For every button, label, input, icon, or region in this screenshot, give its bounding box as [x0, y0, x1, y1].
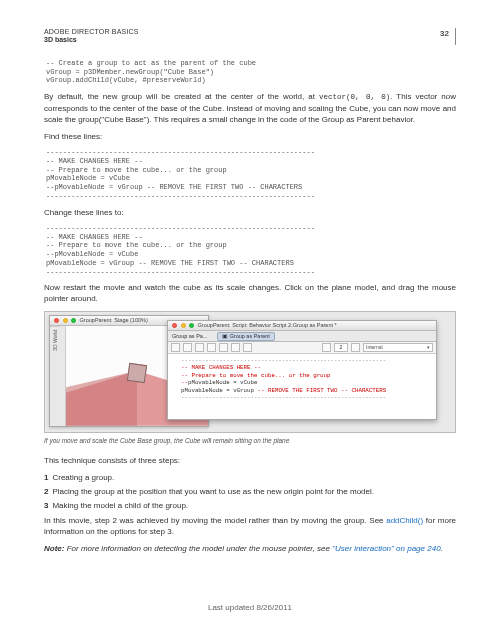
- castlib-combo[interactable]: Internal▾: [363, 343, 433, 352]
- minimize-icon[interactable]: [63, 318, 68, 323]
- toolbar-tool-icon[interactable]: [243, 343, 252, 352]
- section-title: 3D basics: [44, 36, 139, 44]
- script-tab[interactable]: Group as Pa...: [172, 333, 207, 339]
- step-text: Placing the group at the position that y…: [52, 487, 374, 496]
- code-block-2: ----------------------------------------…: [46, 148, 456, 201]
- script-tabstrip: Group as Pa... ▣ Group as Parent: [168, 331, 436, 342]
- script-title: GroupParent: Script: Behavior Script 2:G…: [198, 322, 337, 328]
- traffic-lights: [172, 322, 196, 330]
- stage-tab-3dworld[interactable]: 3D World: [50, 326, 61, 354]
- header-left: ADOBE DIRECTOR BASICS 3D basics: [44, 28, 139, 45]
- paragraph-3: Change these lines to:: [44, 207, 456, 218]
- script-toolbar: 2 Internal▾: [168, 342, 436, 354]
- tab-chip-label: Group as Parent: [230, 333, 270, 339]
- step-num: 2: [44, 487, 48, 496]
- stage-title: GroupParent: Stage (100%): [80, 317, 148, 323]
- page-number: 32: [440, 28, 449, 45]
- note-a: For more information on detecting the mo…: [64, 544, 332, 553]
- traffic-lights: [54, 317, 78, 325]
- combo-value: Internal: [366, 344, 383, 351]
- code-line-2: -- Prepare to move the cube... or the gr…: [181, 372, 331, 379]
- addchild-link[interactable]: addChild(): [386, 516, 423, 525]
- note-label: Note:: [44, 544, 64, 553]
- toolbar-alpha-icon[interactable]: [231, 343, 240, 352]
- note-paragraph: Note: For more information on detecting …: [44, 543, 456, 554]
- toolbar-brace-icon[interactable]: [195, 343, 204, 352]
- step-2: 2Placing the group at the position that …: [44, 486, 456, 497]
- step-num: 1: [44, 473, 48, 482]
- code-line-4b: -- REMOVE THE FIRST TWO -- CHARACTERS: [258, 387, 387, 394]
- minimize-icon[interactable]: [181, 323, 186, 328]
- next-cast-icon[interactable]: [351, 343, 360, 352]
- paragraph-4: Now restart the movie and watch the cube…: [44, 282, 456, 304]
- toolbar-uncomment-icon[interactable]: [219, 343, 228, 352]
- toolbar-comment-icon[interactable]: [207, 343, 216, 352]
- toolbar-lightning-icon[interactable]: [171, 343, 180, 352]
- doc-title: ADOBE DIRECTOR BASICS: [44, 28, 139, 36]
- zoom-icon[interactable]: [189, 323, 194, 328]
- step-1: 1Creating a group.: [44, 472, 456, 483]
- stage-side-tabs: 3D World: [50, 326, 66, 426]
- toolbar-handler-icon[interactable]: [183, 343, 192, 352]
- para1-vector: vector(0, 0, 0): [319, 93, 390, 101]
- page-header: ADOBE DIRECTOR BASICS 3D basics 32: [44, 28, 456, 45]
- paragraph-2: Find these lines:: [44, 131, 456, 142]
- paragraph-5: This technique consists of three steps:: [44, 455, 456, 466]
- step-num: 3: [44, 501, 48, 510]
- para1-a: By default, the new group will be create…: [44, 92, 319, 101]
- code-line-1: -- MAKE CHANGES HERE --: [181, 364, 261, 371]
- step-3: 3Making the model a child of the group.: [44, 500, 456, 511]
- code-block-1: -- Create a group to act as the parent o…: [46, 59, 456, 85]
- sep: ----------------------------------------…: [174, 394, 386, 401]
- close-icon[interactable]: [172, 323, 177, 328]
- para6-a: In this movie, step 2 was achieved by mo…: [44, 516, 386, 525]
- chevron-down-icon: ▾: [427, 344, 430, 351]
- figure-caption: If you move and scale the Cube Base grou…: [44, 436, 456, 445]
- paragraph-6: In this movie, step 2 was achieved by mo…: [44, 515, 456, 537]
- script-editor[interactable]: ----------------------------------------…: [168, 354, 436, 405]
- step-text: Creating a group.: [52, 473, 114, 482]
- code-line-4a: pMovableNode = vGroup: [181, 387, 258, 394]
- prev-cast-icon[interactable]: [322, 343, 331, 352]
- script-window: GroupParent: Script: Behavior Script 2:G…: [167, 320, 437, 420]
- close-icon[interactable]: [54, 318, 59, 323]
- page-footer: Last updated 8/26/2011: [44, 602, 456, 613]
- code-line-3a: --: [181, 379, 188, 386]
- script-titlebar: GroupParent: Script: Behavior Script 2:G…: [168, 321, 436, 331]
- code-block-3: ----------------------------------------…: [46, 224, 456, 277]
- cube-model: [127, 362, 147, 382]
- step-text: Making the model a child of the group.: [52, 501, 188, 510]
- figure-screenshot: GroupParent: Stage (100%) 3D World Group…: [44, 311, 456, 433]
- user-interaction-link[interactable]: "User interaction" on page 240: [332, 544, 440, 553]
- paragraph-1: By default, the new group will be create…: [44, 91, 456, 125]
- code-line-3b: pMovableNode = vCube: [188, 379, 258, 386]
- sep: ----------------------------------------…: [174, 357, 386, 364]
- script-tab-chip[interactable]: ▣ Group as Parent: [217, 332, 275, 342]
- zoom-icon[interactable]: [71, 318, 76, 323]
- note-b: .: [441, 544, 443, 553]
- castnum-field[interactable]: 2: [334, 343, 348, 352]
